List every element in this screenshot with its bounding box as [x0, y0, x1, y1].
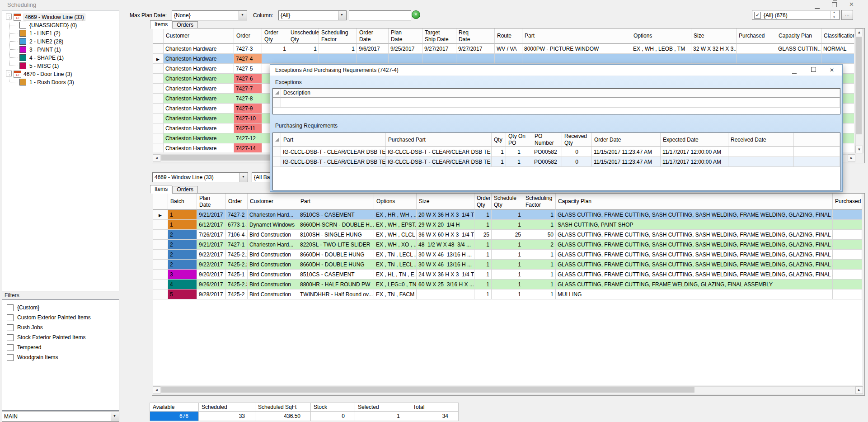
filter-item[interactable]: Stock Exterior Painted Items	[2, 332, 119, 342]
tree-leaf[interactable]: 4 - SHAPE (1)	[2, 53, 119, 62]
column-header[interactable]: Plan Date	[197, 194, 226, 210]
tab-items-top[interactable]: Items	[150, 20, 172, 29]
grid-row[interactable]: 29/22/20177425-2.2Bird Construction8660D…	[153, 260, 862, 270]
chevron-down-icon[interactable]	[239, 173, 248, 182]
scroll-left-icon[interactable]: ◄	[153, 386, 160, 394]
tree-leaf[interactable]: 1 - LINE1 (2)	[2, 29, 119, 37]
filter-value-input[interactable]	[349, 10, 411, 20]
column-header[interactable]: Size	[691, 28, 737, 44]
vscroll-thumb[interactable]	[856, 37, 862, 134]
dialog-minimize-icon[interactable]	[791, 69, 798, 75]
column-header[interactable]: Customer	[164, 28, 234, 44]
column-header[interactable]: Scheduling Factor	[319, 28, 357, 44]
grid-row[interactable]: 49/26/20177425-2.3Bird Construction8800H…	[153, 280, 862, 289]
grid-row[interactable]: 29/21/20177427-1Charleston Hard...8220SL…	[153, 240, 862, 250]
column-combo[interactable]: {All}	[278, 10, 347, 20]
scroll-right-icon[interactable]: ►	[848, 154, 855, 162]
tree-leaf[interactable]: 1 - Rush Doors (3)	[2, 78, 119, 86]
grid-row[interactable]: Charleston Hardware7427-31119/6/20179/25…	[153, 44, 854, 54]
close-icon[interactable]: ✕	[849, 1, 854, 10]
column-header[interactable]: Classification	[821, 28, 854, 44]
column-header[interactable]: Order	[234, 28, 262, 44]
column-header[interactable]: Expected Date	[661, 133, 728, 147]
filter-checkbox[interactable]	[7, 344, 14, 351]
nav-combo[interactable]: MAIN	[2, 412, 119, 422]
column-header[interactable]: Qty On PO	[506, 133, 532, 147]
grid-row[interactable]: 59/28/20177425-2Bird ConstructionTWINDHH…	[153, 289, 862, 299]
grid-row[interactable]: 16/12/20176773-1-1Dynamet Windows8660DH-…	[153, 220, 862, 230]
filter-item[interactable]: Rush Jobs	[2, 322, 119, 332]
column-header[interactable]: Purchased	[737, 28, 776, 44]
column-header[interactable]: Received Qty	[562, 133, 592, 147]
grid-row[interactable]: ▶19/21/20177427-2Charleston Hard...8510C…	[153, 210, 862, 220]
column-header[interactable]: Part	[298, 194, 374, 210]
all-items-filter-box[interactable]: ✓ {All} (676)	[752, 10, 840, 20]
column-header[interactable]: Purchased	[833, 194, 862, 210]
orders-vscrollbar[interactable]: ▲ ▼	[855, 28, 863, 153]
filter-checkbox[interactable]	[7, 304, 14, 311]
tree-leaf[interactable]: 2 - LINE2 (28)	[2, 37, 119, 45]
filter-item[interactable]: Woodgrain Items	[2, 352, 119, 362]
filter-checkbox[interactable]	[7, 314, 14, 321]
line-selector-combo[interactable]: 4669 - Window Line (33)	[152, 172, 248, 182]
scroll-left-icon[interactable]: ◄	[153, 154, 160, 162]
grid-row[interactable]: IG-CLCL-DSB-T - CLEAR/CLEAR DSB TEMPERED…	[273, 157, 840, 167]
tab-items-bottom[interactable]: Items	[150, 185, 172, 194]
tab-orders-bottom[interactable]: Orders	[172, 186, 198, 194]
column-header[interactable]: Route	[495, 28, 522, 44]
tree-leaf[interactable]: 5 - MISC (1)	[2, 62, 119, 70]
column-header[interactable]: PO Number	[532, 133, 562, 147]
grid-row[interactable]: 27/26/20177106-4-1Bird Construction8100S…	[153, 230, 862, 240]
chevron-down-icon[interactable]	[239, 11, 247, 20]
hscroll-thumb[interactable]	[161, 387, 694, 393]
column-header[interactable]: Plan Date	[389, 28, 422, 44]
grid-row[interactable]: ▶Charleston Hardware7427-4	[153, 54, 854, 64]
column-header[interactable]: Order Date	[592, 133, 661, 147]
column-header[interactable]: Capacity Plan	[776, 28, 821, 44]
tree-node[interactable]: −4669 - Window Line (33)	[2, 13, 119, 21]
spinner-control[interactable]	[830, 11, 838, 19]
tree-node[interactable]: −4670 - Door Line (3)	[2, 70, 119, 78]
filter-checkbox[interactable]	[7, 354, 14, 361]
column-header[interactable]: Options	[374, 194, 417, 210]
column-header[interactable]: Customer	[248, 194, 298, 210]
grid-row[interactable]: 39/20/20177425-1Bird Construction8510CS …	[153, 270, 862, 280]
scroll-right-icon[interactable]: ►	[855, 386, 863, 394]
tree-leaf[interactable]: {UNASSIGNED} (0)	[2, 21, 119, 29]
batches-hscrollbar[interactable]: ◄ ►	[153, 386, 863, 394]
column-header[interactable]: Part	[522, 28, 631, 44]
column-header[interactable]: Capacity Plan	[556, 194, 833, 210]
column-header[interactable]: Req Date	[456, 28, 495, 44]
column-header[interactable]: Options	[631, 28, 691, 44]
chevron-down-icon[interactable]	[338, 11, 346, 20]
max-plan-date-combo[interactable]: {None}	[172, 10, 247, 20]
tree-leaf[interactable]: 3 - PAINT (1)	[2, 45, 119, 53]
column-header[interactable]: Qty	[492, 133, 506, 147]
grid-row[interactable]	[273, 98, 840, 108]
clear-filter-button[interactable]	[412, 10, 420, 19]
all-checkbox[interactable]: ✓	[754, 12, 761, 19]
grid-row[interactable]: IG-CLCL-DSB-T - CLEAR/CLEAR DSB TEMPERED…	[273, 147, 840, 157]
column-header[interactable]: Target Ship Date	[422, 28, 456, 44]
column-header[interactable]: Part	[281, 133, 386, 147]
column-header[interactable]: Purchased Part	[386, 133, 492, 147]
column-header[interactable]: Batch	[168, 194, 197, 210]
filter-checkbox[interactable]	[7, 334, 14, 341]
collapse-icon[interactable]: −	[6, 71, 12, 76]
column-header[interactable]: Order	[226, 194, 248, 210]
column-header[interactable]: Description	[281, 89, 840, 98]
dialog-close-icon[interactable]: ✕	[829, 67, 835, 73]
filter-item[interactable]: Custom Exterior Painted Items	[2, 313, 119, 322]
column-header[interactable]: Received Date	[728, 133, 794, 147]
column-header[interactable]: Order Date	[357, 28, 389, 44]
more-options-button[interactable]: ...	[841, 10, 853, 20]
scroll-up-icon[interactable]: ▲	[855, 28, 863, 36]
grid-row[interactable]: 29/22/20177425-2.1Bird Construction8660D…	[153, 250, 862, 260]
column-header[interactable]: Unscheduled Qty	[288, 28, 319, 44]
dialog-maximize-icon[interactable]	[810, 67, 816, 73]
column-header[interactable]	[794, 133, 840, 147]
filter-item[interactable]: {Custom}	[2, 303, 119, 313]
chevron-down-icon[interactable]	[111, 412, 119, 421]
filter-checkbox[interactable]	[7, 324, 14, 331]
column-header[interactable]: Scheduling Factor	[523, 194, 556, 210]
